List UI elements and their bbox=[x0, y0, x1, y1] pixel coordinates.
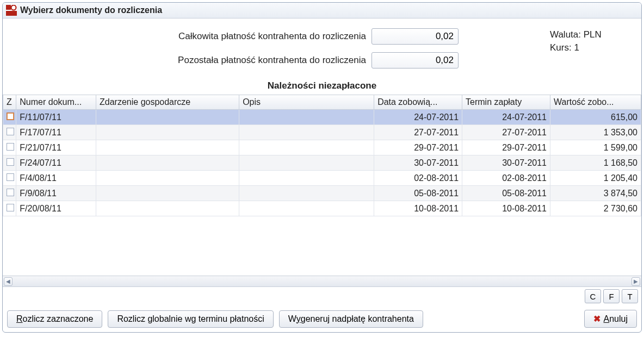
cell-numer: F/4/08/11 bbox=[16, 171, 96, 186]
cell-opis bbox=[239, 125, 374, 140]
cell-data: 29-07-2011 bbox=[374, 140, 462, 155]
cell-numer: F/20/08/11 bbox=[16, 201, 96, 216]
cell-zdarzenie bbox=[96, 110, 239, 125]
row-checkbox[interactable] bbox=[7, 143, 14, 151]
mini-button-row: C F T bbox=[3, 286, 641, 305]
currency-label: Waluta: bbox=[550, 29, 581, 40]
row-checkbox-cell[interactable] bbox=[3, 125, 16, 140]
cell-zdarzenie bbox=[96, 155, 239, 171]
row-checkbox[interactable] bbox=[7, 158, 14, 166]
cell-wartosc: 2 730,60 bbox=[550, 201, 641, 216]
mini-button-c[interactable]: C bbox=[585, 289, 601, 303]
table-row[interactable]: F/17/07/1127-07-201127-07-20111 353,00 bbox=[3, 125, 641, 140]
cell-data: 02-08-2011 bbox=[374, 171, 462, 186]
remaining-payment-label: Pozostała płatność kontrahenta do rozlic… bbox=[7, 55, 366, 66]
svg-rect-1 bbox=[6, 5, 11, 10]
row-checkbox[interactable] bbox=[7, 204, 14, 211]
cell-zdarzenie bbox=[96, 186, 239, 201]
cell-zdarzenie bbox=[96, 140, 239, 155]
cell-opis bbox=[239, 201, 374, 216]
rozlicz-globalnie-button[interactable]: Rozlicz globalnie wg terminu płatności bbox=[108, 310, 273, 328]
dialog-window: Wybierz dokumenty do rozliczenia Całkowi… bbox=[2, 2, 642, 333]
table-header-row: Z Numer dokum... Zdarzenie gospodarcze O… bbox=[3, 95, 641, 110]
table-row[interactable]: F/9/08/1105-08-201105-08-20113 874,50 bbox=[3, 186, 641, 201]
cell-numer: F/21/07/11 bbox=[16, 140, 96, 155]
window-title: Wybierz dokumenty do rozliczenia bbox=[20, 5, 162, 15]
cell-wartosc: 1 353,00 bbox=[550, 125, 641, 140]
cell-termin: 24-07-2011 bbox=[462, 110, 550, 125]
button-bar: Rozlicz zaznaczone Rozlicz globalnie wg … bbox=[3, 305, 641, 332]
scroll-left-icon[interactable]: ◀ bbox=[4, 277, 13, 286]
cell-zdarzenie bbox=[96, 171, 239, 186]
cell-data: 10-08-2011 bbox=[374, 201, 462, 216]
table-row[interactable]: F/21/07/1129-07-201129-07-20111 599,00 bbox=[3, 140, 641, 155]
cell-zdarzenie bbox=[96, 125, 239, 140]
cell-opis bbox=[239, 155, 374, 171]
row-checkbox-cell[interactable] bbox=[3, 140, 16, 155]
receivables-table[interactable]: Z Numer dokum... Zdarzenie gospodarcze O… bbox=[3, 95, 641, 216]
cell-termin: 29-07-2011 bbox=[462, 140, 550, 155]
rozlicz-zaznaczone-button[interactable]: Rozlicz zaznaczone bbox=[7, 310, 102, 328]
cell-wartosc: 1 599,00 bbox=[550, 140, 641, 155]
anuluj-button[interactable]: ✖ Anuluj bbox=[584, 310, 637, 328]
remaining-payment-input[interactable] bbox=[371, 52, 459, 68]
row-checkbox[interactable] bbox=[7, 173, 14, 181]
titlebar: Wybierz dokumenty do rozliczenia bbox=[3, 3, 641, 18]
cell-opis bbox=[239, 140, 374, 155]
total-payment-input[interactable] bbox=[371, 28, 459, 45]
row-checkbox-cell[interactable] bbox=[3, 155, 16, 171]
col-header-zdarzenie[interactable]: Zdarzenie gospodarcze bbox=[96, 95, 239, 110]
col-header-opis[interactable]: Opis bbox=[239, 95, 374, 110]
cell-numer: F/24/07/11 bbox=[16, 155, 96, 171]
row-checkbox[interactable] bbox=[7, 113, 14, 120]
row-checkbox[interactable] bbox=[7, 189, 14, 196]
cell-opis bbox=[239, 186, 374, 201]
row-checkbox-cell[interactable] bbox=[3, 201, 16, 216]
col-header-numer[interactable]: Numer dokum... bbox=[16, 95, 96, 110]
cell-termin: 10-08-2011 bbox=[462, 201, 550, 216]
cancel-icon: ✖ bbox=[593, 314, 600, 324]
col-header-wartosc[interactable]: Wartość zobo... bbox=[550, 95, 641, 110]
mini-button-t[interactable]: T bbox=[622, 289, 638, 303]
cell-termin: 27-07-2011 bbox=[462, 125, 550, 140]
row-checkbox-cell[interactable] bbox=[3, 186, 16, 201]
mini-button-f[interactable]: F bbox=[603, 289, 620, 303]
table-row[interactable]: F/4/08/1102-08-201102-08-20111 205,40 bbox=[3, 171, 641, 186]
cell-numer: F/17/07/11 bbox=[16, 125, 96, 140]
col-header-data[interactable]: Data zobowią... bbox=[374, 95, 462, 110]
cell-numer: F/9/08/11 bbox=[16, 186, 96, 201]
cell-data: 05-08-2011 bbox=[374, 186, 462, 201]
total-payment-label: Całkowita płatność kontrahenta do rozlic… bbox=[7, 31, 366, 42]
cell-data: 27-07-2011 bbox=[374, 125, 462, 140]
svg-rect-2 bbox=[6, 11, 17, 16]
cell-data: 24-07-2011 bbox=[374, 110, 462, 125]
cell-zdarzenie bbox=[96, 201, 239, 216]
table-row[interactable]: F/20/08/1110-08-201110-08-20112 730,60 bbox=[3, 201, 641, 216]
col-header-z[interactable]: Z bbox=[3, 95, 16, 110]
cell-opis bbox=[239, 171, 374, 186]
table-empty-area bbox=[3, 216, 641, 276]
scroll-right-icon[interactable]: ▶ bbox=[631, 277, 640, 286]
header-area: Całkowita płatność kontrahenta do rozlic… bbox=[3, 18, 641, 80]
table-row[interactable]: F/24/07/1130-07-201130-07-20111 168,50 bbox=[3, 155, 641, 171]
wygeneruj-nadplate-button[interactable]: Wygeneruj nadpłatę kontrahenta bbox=[279, 310, 423, 328]
table-area: Z Numer dokum... Zdarzenie gospodarcze O… bbox=[3, 95, 641, 305]
currency-value: PLN bbox=[584, 29, 602, 40]
cell-data: 30-07-2011 bbox=[374, 155, 462, 171]
rate-label: Kurs: bbox=[550, 42, 572, 53]
cell-termin: 02-08-2011 bbox=[462, 171, 550, 186]
cell-termin: 30-07-2011 bbox=[462, 155, 550, 171]
section-title: Należności niezapłacone bbox=[3, 80, 641, 95]
cell-wartosc: 3 874,50 bbox=[550, 186, 641, 201]
horizontal-scrollbar[interactable]: ◀ ▶ bbox=[3, 276, 641, 286]
row-checkbox[interactable] bbox=[7, 128, 14, 135]
cell-termin: 05-08-2011 bbox=[462, 186, 550, 201]
cell-numer: F/11/07/11 bbox=[16, 110, 96, 125]
row-checkbox-cell[interactable] bbox=[3, 171, 16, 186]
rate-value: 1 bbox=[574, 42, 579, 53]
app-icon bbox=[6, 5, 17, 16]
table-row[interactable]: F/11/07/1124-07-201124-07-2011615,00 bbox=[3, 110, 641, 125]
cell-wartosc: 615,00 bbox=[550, 110, 641, 125]
row-checkbox-cell[interactable] bbox=[3, 110, 16, 125]
col-header-termin[interactable]: Termin zapłaty bbox=[462, 95, 550, 110]
